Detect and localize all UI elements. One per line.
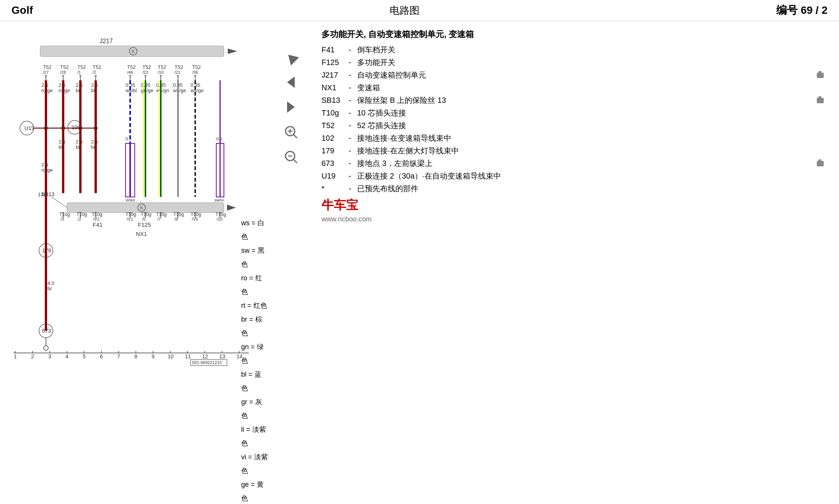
zoom-in-button[interactable] [281, 122, 300, 141]
wire-lower-size: 4.0 [47, 280, 54, 286]
dash-673: - [346, 159, 353, 168]
u19-label: U19 [24, 125, 34, 131]
pin-t52-6: T52 [142, 64, 151, 70]
camera-icon-j217[interactable] [817, 73, 824, 78]
wire-label-v5-color: vi/ws [126, 198, 135, 202]
t10g-2-num: /2 [78, 217, 81, 221]
legend-ws: ws = 白色 [241, 216, 268, 244]
num-1: 1 [14, 353, 17, 359]
legend-gr-code: gr [241, 398, 247, 406]
pin-t52-9: T52 [192, 64, 201, 70]
legend-ro: ro = 红色 [241, 271, 268, 299]
legend-sw-code: sw [241, 247, 250, 254]
legend-rt: rt = 红色 [241, 299, 268, 312]
nav-right-button[interactable] [281, 98, 300, 117]
wire-mid-label-3a: 2.5 [76, 139, 83, 145]
nav-arrows-panel [276, 25, 306, 390]
info-row-f41: F41 - 倒车档开关 [322, 45, 824, 55]
legend-rt-code: rt [241, 302, 245, 309]
website: www.ncboo.com [322, 215, 824, 223]
wire-lower-color: br [47, 286, 52, 291]
legend-ws-code: ws [241, 219, 250, 227]
dash-f125: - [346, 58, 353, 67]
info-row-673: 673 - 接地点 3，左前纵梁上 [322, 158, 824, 169]
pin-t52-9-num: /36 [192, 70, 198, 75]
pin-t52-8: T52 [175, 64, 183, 70]
desc-nx1: 变速箱 [357, 83, 824, 93]
code-179: 179 [322, 146, 343, 155]
t10g-6-num: /7 [157, 217, 161, 221]
circle-673-label: 673 [42, 328, 51, 334]
dash-j217: - [346, 71, 353, 80]
code-j217: J217 [322, 71, 343, 80]
nav-left-button[interactable] [281, 73, 300, 92]
legend-ge-code: ge [241, 481, 249, 488]
info-row-j217: J217 - 自动变速箱控制单元 [322, 70, 824, 80]
circuit-svg: J217 K T52 /27 T52 /28 T52 /1 T52 [8, 25, 268, 388]
wire-label-7b: ws/gn [156, 88, 169, 93]
zoom-out-button[interactable] [281, 147, 300, 166]
color-legend: ws = 白色 sw = 黑色 ro = 红色 rt = 红色 br = 棕色 … [241, 216, 268, 504]
info-row-f125: F125 - 多功能开关 [322, 57, 824, 68]
desc-f41: 倒车档开关 [357, 45, 824, 55]
code-f41: F41 [322, 46, 343, 54]
num-6: 6 [100, 353, 103, 359]
bottom-connector-arrow [227, 205, 236, 211]
svg-marker-2 [287, 101, 295, 113]
info-row-sb13: SB13 - 保险丝架 B 上的保险丝 13 [322, 95, 824, 106]
dash-u19: - [346, 172, 353, 180]
dash-nx1: - [346, 83, 353, 92]
diagram-type: 电路图 [390, 4, 420, 17]
pin-t52-1-num: /27 [43, 70, 49, 75]
wire-label-8b: ws/ge [173, 88, 186, 93]
wire-mid-label-2b: br [59, 144, 63, 150]
desc-u19: 正极连接 2（30a）·在自动变速箱导线束中 [357, 171, 824, 181]
top-connector-arrow [228, 49, 237, 54]
wire-mid-label-2a: 2.5 [59, 139, 65, 145]
svg-marker-0 [284, 50, 299, 65]
header: Golf 电路图 编号 69 / 2 [0, 0, 839, 21]
desc-f125: 多功能开关 [357, 57, 824, 68]
main-content: J217 K T52 /27 T52 /28 T52 /1 T52 [0, 21, 839, 393]
page-ref-text: S01-069221215 [192, 360, 222, 365]
t10g-9-num: /10 [217, 217, 222, 221]
legend-bl: bl = 蓝色 [241, 367, 268, 395]
diagram-number: 编号 69 / 2 [776, 3, 828, 18]
wire-mid-label-4a: 2.5 [91, 139, 98, 145]
dash-102: - [346, 134, 353, 143]
legend-ge: ge = 黄色 [241, 478, 268, 504]
sb13-arrow [52, 197, 67, 208]
code-nx1: NX1 [322, 83, 343, 92]
gnd-circle [44, 346, 48, 350]
legend-li-color: 淡紫色 [241, 426, 266, 447]
camera-icon-sb13[interactable] [817, 98, 824, 103]
wire-mid-label-1b: ro/ge [41, 167, 53, 173]
circuit-diagram-area: J217 K T52 /27 T52 /28 T52 /1 T52 [8, 25, 268, 390]
dash-t10g: - [346, 109, 353, 117]
code-sb13: SB13 [322, 96, 343, 105]
wire-label-v13-size: 0.5 [216, 137, 222, 141]
legend-vi-code: vi [241, 453, 246, 461]
pin-t52-5: T52 [127, 64, 135, 70]
num-7: 7 [117, 353, 120, 359]
num-2: 2 [31, 353, 34, 359]
wire-mid-label-4b: br [91, 144, 96, 150]
pin-t52-4-num: /2 [93, 70, 96, 75]
pin-t52-4: T52 [93, 64, 101, 70]
info-panel: 多功能开关, 自动变速箱控制单元, 变速箱 F41 - 倒车档开关 F125 -… [314, 25, 831, 390]
info-row-102: 102 - 接地连接·在变速箱导线束中 [322, 133, 824, 143]
num-4: 4 [65, 353, 69, 359]
code-102: 102 [322, 134, 343, 143]
app-title: Golf [11, 4, 33, 16]
nav-up-button[interactable] [277, 44, 305, 71]
f125-label: F125 [138, 221, 151, 228]
pin-t52-3-num: /1 [77, 70, 81, 75]
13a-label: 13A [38, 192, 47, 197]
wire-mid-label-1a: 2.5 [41, 162, 48, 167]
pin-t52-2: T52 [60, 64, 69, 70]
t10g-3-num: /V2 [93, 217, 100, 221]
camera-icon-673[interactable] [817, 161, 824, 166]
num-10: 10 [168, 353, 174, 359]
circle-179-label: 179 [42, 247, 51, 254]
desc-star: 已预先布线的部件 [357, 184, 824, 194]
